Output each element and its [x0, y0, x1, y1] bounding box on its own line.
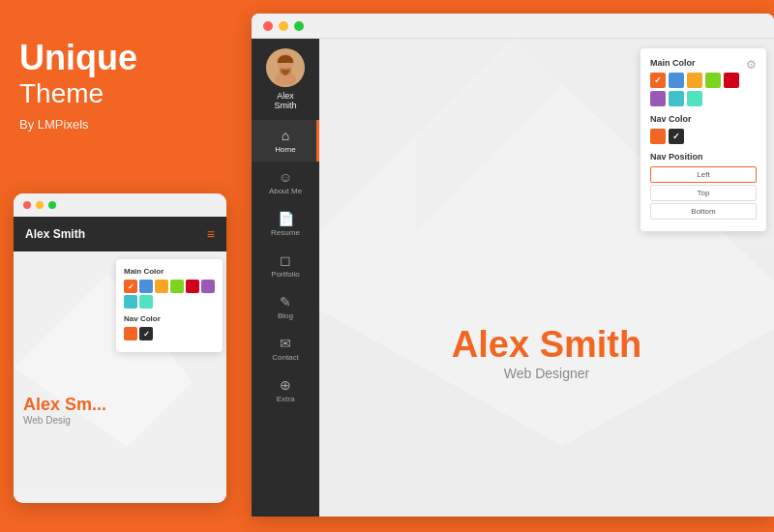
sidebar-nav-label: Portfolio — [271, 270, 299, 279]
desktop-sidebar-name: AlexSmith — [274, 91, 296, 110]
desktop-settings-panel: ⚙ Main Color Nav Color Nav Position Left… — [640, 48, 766, 231]
sidebar-nav-item-blog[interactable]: ✎ Blog — [252, 286, 319, 328]
nav-position-btn-top[interactable]: Top — [650, 185, 757, 201]
mobile-mockup: Alex Smith ≡ ⚙ Main Color Nav Color Alex… — [14, 193, 226, 503]
desktop-main: Alex Smith Web Designer ⚙ Main Color Nav… — [319, 39, 774, 517]
sidebar-nav-label: Home — [275, 145, 295, 154]
desktop-body: AlexSmith ⌂ Home ☺ About Me 📄 Resume ◻ P… — [252, 39, 774, 517]
sidebar-nav-label: Resume — [271, 228, 300, 237]
desktop-hero: Alex Smith Web Designer — [452, 324, 641, 381]
nav-position-btn-bottom[interactable]: Bottom — [650, 203, 757, 220]
mobile-settings-panel: Main Color Nav Color — [116, 259, 223, 352]
desktop-color-swatch[interactable] — [687, 91, 702, 106]
desktop-main-color-title: Main Color — [650, 58, 757, 68]
desktop-nav-position-buttons: LeftTopBottom — [650, 166, 757, 220]
sidebar-nav-item-extra[interactable]: ⊕ Extra — [252, 369, 319, 411]
color-swatch[interactable] — [186, 280, 199, 293]
desktop-avatar — [266, 48, 305, 87]
desktop-hero-name: Alex Smith — [452, 324, 641, 366]
desktop-nav-position-title: Nav Position — [650, 152, 757, 162]
desktop-sidebar: AlexSmith ⌂ Home ☺ About Me 📄 Resume ◻ P… — [252, 39, 319, 517]
color-swatch[interactable] — [124, 295, 137, 309]
mobile-content: ⚙ Main Color Nav Color Alex Sm... Web De… — [14, 251, 226, 503]
mobile-hero-subtitle: Web Desig — [23, 415, 106, 426]
sidebar-nav-item-contact[interactable]: ✉ Contact — [252, 328, 319, 369]
mobile-minimize-dot — [36, 201, 44, 209]
mobile-nav-bar: Alex Smith ≡ — [14, 217, 226, 251]
desktop-close-dot — [263, 21, 273, 31]
desktop-color-swatch[interactable] — [650, 91, 666, 106]
avatar-illustration — [268, 50, 303, 85]
desktop-color-swatch[interactable] — [669, 91, 684, 106]
sidebar-icon: ◻ — [280, 252, 291, 268]
desktop-nav-color-swatch[interactable] — [650, 129, 666, 144]
desktop-mockup: AlexSmith ⌂ Home ☺ About Me 📄 Resume ◻ P… — [252, 14, 774, 517]
sidebar-nav-item-portfolio[interactable]: ◻ Portfolio — [252, 245, 319, 286]
mobile-nav-color-swatches — [124, 327, 215, 340]
left-panel: Unique Theme By LMPixels — [19, 39, 137, 132]
by-line: By LMPixels — [19, 117, 137, 132]
sidebar-icon: ⌂ — [282, 128, 289, 143]
nav-color-swatch[interactable] — [139, 327, 153, 340]
desktop-nav-color-swatch[interactable] — [669, 129, 684, 144]
desktop-color-swatch[interactable] — [650, 73, 666, 88]
color-swatch[interactable] — [201, 280, 215, 293]
sidebar-icon: ⊕ — [280, 377, 291, 393]
desktop-color-swatch[interactable] — [687, 73, 702, 88]
desktop-top-bar — [252, 14, 774, 39]
sidebar-icon: 📄 — [278, 211, 294, 226]
desktop-minimize-dot — [279, 21, 288, 31]
desktop-settings-gear-icon[interactable]: ⚙ — [746, 58, 757, 72]
mobile-main-color-title: Main Color — [124, 267, 215, 276]
desktop-nav-color-title: Nav Color — [650, 114, 757, 124]
desktop-color-swatch[interactable] — [669, 73, 684, 88]
nav-color-swatch[interactable] — [124, 327, 137, 340]
desktop-nav-color-swatches — [650, 129, 757, 144]
mobile-hero-name: Alex Sm... — [23, 395, 106, 415]
mobile-nav-color-title: Nav Color — [124, 314, 215, 323]
hamburger-icon[interactable]: ≡ — [207, 226, 215, 242]
nav-position-btn-left[interactable]: Left — [650, 166, 757, 183]
desktop-color-swatch[interactable] — [705, 73, 721, 88]
mobile-maximize-dot — [48, 201, 56, 209]
mobile-hero: Alex Sm... Web Desig — [23, 395, 106, 426]
title-theme: Theme — [19, 77, 137, 110]
mobile-close-dot — [23, 201, 31, 209]
desktop-color-swatches — [650, 73, 757, 106]
color-swatch[interactable] — [170, 280, 184, 293]
mobile-top-bar — [14, 193, 226, 217]
title-unique: Unique — [19, 39, 137, 77]
sidebar-nav-item-home[interactable]: ⌂ Home — [252, 120, 319, 162]
color-swatch[interactable] — [139, 280, 153, 293]
sidebar-icon: ✎ — [280, 294, 291, 310]
svg-marker-10 — [416, 39, 610, 232]
desktop-nav-items: ⌂ Home ☺ About Me 📄 Resume ◻ Portfolio ✎… — [252, 120, 319, 411]
sidebar-nav-label: Contact — [272, 353, 299, 362]
mobile-nav-name: Alex Smith — [25, 227, 85, 241]
mobile-color-swatches — [124, 280, 215, 309]
sidebar-icon: ✉ — [280, 336, 291, 351]
sidebar-nav-label: About Me — [269, 187, 302, 195]
desktop-maximize-dot — [294, 21, 304, 31]
sidebar-icon: ☺ — [279, 169, 292, 185]
desktop-color-swatch[interactable] — [724, 73, 739, 88]
sidebar-nav-item-about-me[interactable]: ☺ About Me — [252, 162, 319, 203]
sidebar-nav-item-resume[interactable]: 📄 Resume — [252, 203, 319, 245]
sidebar-nav-label: Extra — [277, 395, 295, 403]
desktop-hero-subtitle: Web Designer — [452, 366, 641, 381]
color-swatch[interactable] — [155, 280, 168, 293]
sidebar-nav-label: Blog — [278, 311, 293, 320]
color-swatch[interactable] — [124, 280, 137, 293]
color-swatch[interactable] — [139, 295, 153, 309]
